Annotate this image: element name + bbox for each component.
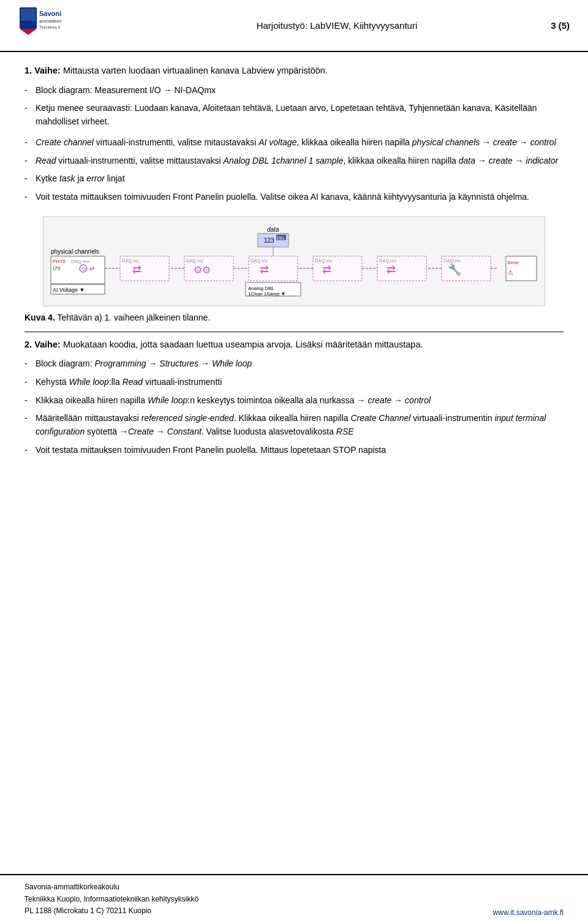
bullet-item-kytke: - Kytke task ja error linjat [24,172,564,186]
page-header: Savonia ammattikorkeakoulu Tekniikka Kuo… [0,0,588,52]
bullet-text-testata-1: Voit testata mittauksen toimivuuden Fron… [36,191,564,204]
svg-text:⇄: ⇄ [386,264,396,276]
section-divider [24,332,564,332]
bullet-item: - Block diagram: Measurement I/O → NI-DA… [24,84,564,97]
labview-diagram: data 123 DBL physical channels PHY5 DAQ.… [43,216,545,306]
svg-text:physical channels: physical channels [51,248,99,255]
bullet-text-testata-2: Voit testata mittauksen toimivuuden Fron… [36,444,564,457]
section-1-heading: 1. Vaihe: Mittausta varten luodaan virtu… [24,64,564,78]
bullet-dash: - [24,154,36,168]
section-1-number: 1. [24,66,32,75]
header-page: 3 (5) [533,20,570,31]
page-footer: Savonia-ammattikorkeakoulu Tekniikka Kuo… [0,874,588,923]
svg-text:PHY5: PHY5 [53,259,66,264]
svg-text:DAQ.mx: DAQ.mx [71,259,89,264]
svg-text:Analog DBL: Analog DBL [248,286,274,291]
caption: Kuva 4. Tehtävän a) 1. vaiheen jälkeinen… [24,313,564,322]
caption-text: Tehtävän a) 1. vaiheen jälkeinen tilanne… [57,313,210,322]
main-content: 1. Vaihe: Mittausta varten luodaan virtu… [0,58,588,476]
svg-text:⇄: ⇄ [322,264,331,276]
bullet-dash: - [24,412,36,438]
section-1-text: Mittausta varten luodaan virtuaalinen ka… [63,66,328,75]
bullet-dash: - [24,172,36,186]
bullet-dash: - [24,376,36,389]
bullet-dash: - [24,191,36,204]
svg-text:123: 123 [264,237,274,244]
svg-text:1Chan 1Samp ▼: 1Chan 1Samp ▼ [248,291,285,297]
svg-text:⇄: ⇄ [132,264,141,276]
svg-rect-2 [21,9,36,21]
svg-text:DAQ.mx: DAQ.mx [186,258,204,264]
svg-text:DAQ.mx: DAQ.mx [379,258,397,264]
bullet-dash: - [24,102,36,128]
footer-website: www.it.savonia-amk.fi [493,908,564,917]
logo-area: Savonia ammattikorkeakoulu Tekniikka Kuo… [18,6,141,45]
svg-text:⇄: ⇄ [260,264,269,276]
svg-text:DAQ.mx: DAQ.mx [122,258,140,264]
section-2-number: 2. [24,340,32,349]
footer-line2: Tekniikka Kuopio, Informaatiotekniikan k… [24,894,198,905]
svg-text:Tekniikka Kuopio: Tekniikka Kuopio [39,25,61,30]
bullet-dash: - [24,136,36,150]
svg-text:DAQ.mx: DAQ.mx [443,258,461,264]
svg-text:⚠: ⚠ [508,269,513,276]
svg-text:ammattikorkeakoulu: ammattikorkeakoulu [39,19,61,23]
section-2-text: Muokataan koodia, jotta saadaan luettua … [63,340,423,349]
bullet-dash: - [24,357,36,371]
bullet-text-maaritellaan: Määritellään mittaustavaksi referenced s… [36,412,564,438]
bullet-item-testata-2: - Voit testata mittauksen toimivuuden Fr… [24,444,564,457]
svg-text:AI Voltage ▼: AI Voltage ▼ [53,287,85,293]
footer-line1: Savonia-ammattikorkeakoulu [24,881,198,893]
svg-text:⚙: ⚙ [81,266,86,272]
svg-text:⚙⚙: ⚙⚙ [194,265,211,275]
svg-text:DAQ.mx: DAQ.mx [251,258,268,264]
diagram-container: data 123 DBL physical channels PHY5 DAQ.… [24,216,564,306]
bullet-text-klikkaa-while: Klikkaa oikealla hiiren napilla While lo… [36,394,564,408]
bullet-dash: - [24,84,36,97]
svg-text:I70: I70 [53,265,61,272]
header-title: Harjoitustyö: LabVIEW, Kiihtyvyysanturi [141,20,533,31]
savonia-logo: Savonia ammattikorkeakoulu Tekniikka Kuo… [18,6,61,45]
svg-marker-1 [20,29,37,35]
footer-line3: PL 1188 (Microkatu 1 C) 70211 Kuopio [24,905,198,917]
bullet-text-b1a: Block diagram: Measurement I/O → NI-DAQm… [36,84,564,97]
section-1-bold-label: Vaihe: [34,66,61,75]
svg-text:data: data [267,226,279,233]
caption-bold: Kuva 4. [24,313,55,322]
bullet-item-read: - Read virtuaali-instrumentti, valitse m… [24,154,564,168]
svg-text:DBL: DBL [277,236,285,240]
bullet-dash: - [24,444,36,457]
bullets-block-3: - Block diagram: Programming → Structure… [24,357,564,457]
bullets-block-1: - Block diagram: Measurement I/O → NI-DA… [24,84,564,129]
footer-left: Savonia-ammattikorkeakoulu Tekniikka Kuo… [24,881,198,917]
bullet-item-kehysta: - Kehystä While loop:lla Read virtuaali-… [24,376,564,389]
svg-text:DAQ.mx: DAQ.mx [315,258,333,264]
bullet-item-testata-1: - Voit testata mittauksen toimivuuden Fr… [24,191,564,204]
bullet-text-kehysta: Kehystä While loop:lla Read virtuaali-in… [36,376,564,389]
svg-text:Savonia: Savonia [39,10,61,17]
bullet-text-read: Read virtuaali-instrumentti, valitse mit… [36,154,564,168]
bullets-block-2: - Create channel virtuaali-instrumentti,… [24,136,564,204]
bullet-text-b1b: Ketju menee seuraavasti: Luodaan kanava,… [36,102,564,128]
bullet-text-kytke: Kytke task ja error linjat [36,172,564,186]
bullet-text-create-channel: Create channel virtuaali-instrumentti, v… [36,136,564,150]
bullet-dash: - [24,394,36,408]
bullet-item-create-channel: - Create channel virtuaali-instrumentti,… [24,136,564,150]
svg-text:🔧: 🔧 [448,263,462,276]
bullet-item-klikkaa-while: - Klikkaa oikealla hiiren napilla While … [24,394,564,408]
bullet-item-block-diagram-2: - Block diagram: Programming → Structure… [24,357,564,371]
bullet-text-block-diagram-2: Block diagram: Programming → Structures … [36,357,564,371]
bullet-item-maaritellaan: - Määritellään mittaustavaksi referenced… [24,412,564,438]
svg-text:⇄: ⇄ [89,265,94,272]
diagram-svg: data 123 DBL physical channels PHY5 DAQ.… [50,224,540,298]
svg-text:Error: Error [508,260,519,265]
section-2-bold-label: Vaihe: [34,340,61,349]
bullet-item: - Ketju menee seuraavasti: Luodaan kanav… [24,102,564,128]
section-2-heading: 2. Vaihe: Muokataan koodia, jotta saadaa… [24,338,564,352]
